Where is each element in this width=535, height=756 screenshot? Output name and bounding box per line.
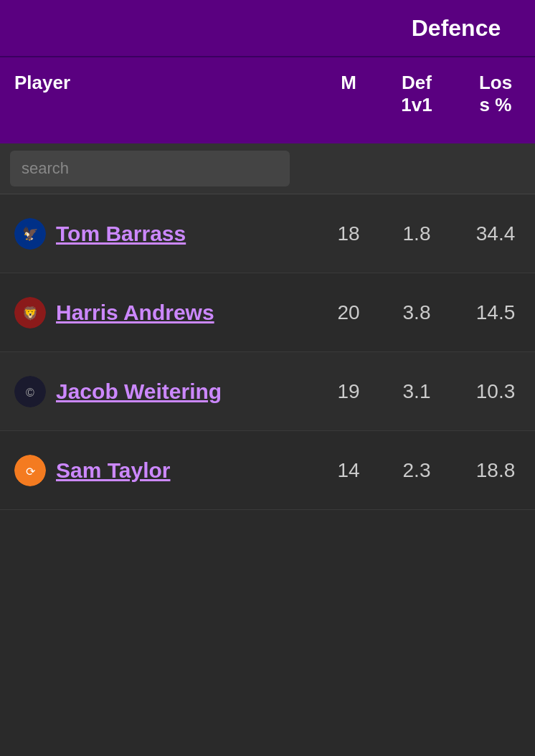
header-defence-col: Defence	[377, 0, 535, 56]
stat-def1v1: 3.8	[377, 301, 456, 324]
player-list: 🦅 Tom Barrass 18 1.8 34.4 🦁 Harris Andre…	[0, 194, 535, 510]
team-logo-gws: ⟳	[14, 455, 46, 486]
player-info: 🦁 Harris Andrews	[14, 297, 320, 329]
stat-matches: 19	[320, 380, 377, 403]
header-section: Defence Player M Def 1v1 Los s %	[0, 0, 535, 143]
col-header-player: Player	[0, 72, 320, 94]
player-name[interactable]: Tom Barrass	[56, 222, 186, 246]
stat-def1v1: 1.8	[377, 222, 456, 245]
team-logo-brisbane: 🦁	[14, 297, 46, 329]
stat-loss-pct: 10.3	[456, 380, 535, 403]
team-logo-carlton: ©	[14, 376, 46, 407]
svg-text:©: ©	[26, 387, 34, 399]
stat-matches: 20	[320, 301, 377, 324]
defence-label: Defence	[412, 15, 501, 42]
stat-matches: 14	[320, 459, 377, 482]
column-headers: Player M Def 1v1 Los s %	[0, 57, 535, 143]
stat-def1v1: 3.1	[377, 380, 456, 403]
svg-text:🦅: 🦅	[22, 226, 39, 242]
player-info: 🦅 Tom Barrass	[14, 218, 320, 250]
team-logo-west-coast: 🦅	[14, 218, 46, 250]
svg-text:🦁: 🦁	[22, 306, 39, 321]
player-name[interactable]: Jacob Weitering	[56, 379, 222, 404]
table-row: ⟳ Sam Taylor 14 2.3 18.8	[0, 431, 535, 510]
player-info: ⟳ Sam Taylor	[14, 455, 320, 486]
stat-loss-pct: 14.5	[456, 301, 535, 324]
col-header-m: M	[320, 72, 377, 94]
search-input[interactable]	[10, 151, 290, 186]
table-row: © Jacob Weitering 19 3.1 10.3	[0, 352, 535, 431]
header-player-spacer	[0, 0, 377, 56]
stat-matches: 18	[320, 222, 377, 245]
stat-loss-pct: 18.8	[456, 459, 535, 482]
player-name[interactable]: Harris Andrews	[56, 301, 214, 325]
player-info: © Jacob Weitering	[14, 376, 320, 407]
stat-def1v1: 2.3	[377, 459, 456, 482]
col-header-def1v1: Def 1v1	[377, 72, 456, 116]
stat-loss-pct: 34.4	[456, 222, 535, 245]
svg-text:⟳: ⟳	[26, 466, 36, 478]
col-header-loss: Los s %	[456, 72, 535, 116]
table-row: 🦁 Harris Andrews 20 3.8 14.5	[0, 273, 535, 352]
table-row: 🦅 Tom Barrass 18 1.8 34.4	[0, 194, 535, 273]
header-top: Defence	[0, 0, 535, 57]
search-bar-row	[0, 143, 535, 194]
player-name[interactable]: Sam Taylor	[56, 458, 171, 483]
